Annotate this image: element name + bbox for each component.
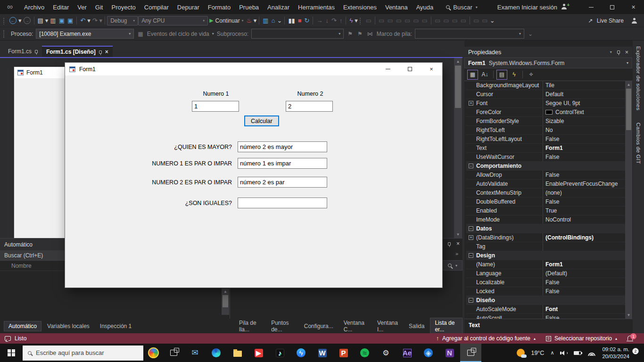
taskbar-search-input[interactable]: Escribe aquí para buscar — [23, 346, 143, 361]
chevron-down-icon[interactable]: ▾ — [610, 50, 612, 54]
window-close-button[interactable]: × — [623, 0, 644, 14]
lifecycle-events-label[interactable]: Eventos del ciclo de vida — [147, 31, 209, 37]
object-selector-combo[interactable]: Form1 System.Windows.Forms.Form ▾ — [464, 58, 632, 68]
redo-caret[interactable]: ▾ — [99, 16, 103, 26]
menubar-item[interactable]: Compilar — [140, 0, 173, 14]
live-share-person-icon[interactable] — [631, 18, 637, 24]
expander-icon[interactable] — [469, 83, 473, 88]
tool-window-tab[interactable]: Ventana I... — [372, 318, 403, 335]
toolbar-separator[interactable] — [470, 16, 470, 25]
subprocess-combo[interactable]: ▾ — [251, 29, 344, 39]
tool-window-tab[interactable]: Puntos de... — [266, 318, 298, 335]
property-row[interactable]: − Design — [466, 251, 632, 260]
overflow-chevrons-icon[interactable]: » — [455, 251, 459, 256]
property-row[interactable]: Text Form1 — [466, 144, 632, 153]
expander-icon[interactable]: − — [469, 226, 473, 231]
expander-icon[interactable]: − — [469, 164, 473, 168]
toolbar-grip[interactable] — [360, 17, 363, 25]
property-row[interactable]: + Font Segoe UI, 9pt — [466, 99, 632, 108]
menubar-item[interactable]: Ver — [73, 0, 91, 14]
select-repository-button[interactable]: Seleccionar repositorio ▴ — [546, 335, 617, 342]
menubar-item[interactable]: Ventana — [381, 0, 412, 14]
expander-icon[interactable]: + — [469, 235, 473, 240]
align-rights-icon[interactable]: ▭ — [395, 16, 403, 26]
property-row[interactable]: RightToLeft No — [466, 126, 632, 135]
toolbar-grip[interactable] — [3, 30, 7, 38]
save-icon[interactable]: ▣ — [58, 16, 66, 26]
tool-window-tab[interactable]: Ventana C... — [339, 318, 372, 335]
messenger-icon[interactable]: ϟ — [290, 344, 312, 362]
step-over-icon[interactable]: ↷ — [330, 16, 338, 26]
toolbar-grip[interactable] — [3, 17, 7, 25]
numero1-input[interactable]: 1 — [192, 101, 239, 112]
home-window-icon[interactable]: ⌂ — [270, 16, 277, 26]
tool-window-tab[interactable]: Salida — [404, 321, 429, 331]
new-project-caret[interactable]: ▾ — [45, 16, 49, 26]
tiktok-icon[interactable]: ♪ — [269, 344, 290, 362]
stack-frame-combo[interactable]: ▾ — [415, 29, 524, 39]
side-vertical-tab[interactable]: Explorador de soluciones — [636, 46, 641, 110]
toolbar-separator[interactable] — [346, 16, 346, 25]
expander-icon[interactable]: − — [469, 253, 473, 258]
align-centers-icon[interactable]: ▭ — [386, 16, 394, 26]
menubar-item[interactable]: Herramientas — [294, 0, 339, 14]
expander-icon[interactable] — [469, 128, 473, 132]
pin-icon[interactable] — [617, 50, 620, 54]
sign-in-button[interactable]: Iniciar sesión + — [521, 4, 567, 11]
expander-icon[interactable] — [469, 173, 473, 177]
toolbar-separator[interactable] — [431, 16, 431, 25]
close-icon[interactable]: × — [456, 240, 460, 247]
blue-app-icon[interactable]: ◈ — [418, 344, 439, 362]
toolbar-overflow-caret[interactable]: ⌄ — [527, 31, 534, 37]
scroll-up-icon[interactable]: ▲ — [454, 58, 462, 65]
property-row[interactable]: RightToLeftLayout False — [466, 135, 632, 144]
window-restore-button[interactable] — [602, 0, 623, 14]
autos-vertical-scrollbar[interactable]: ▲ — [222, 288, 229, 315]
expander-icon[interactable] — [469, 146, 473, 150]
step-out-icon[interactable]: ↑ — [338, 16, 344, 26]
property-row[interactable]: Locked False — [466, 287, 632, 296]
horizontal-spacing-icon[interactable]: ▭ — [472, 16, 480, 26]
parallel-stacks-icon[interactable]: ⋈ — [366, 31, 374, 37]
make-same-height-icon[interactable]: ▭ — [442, 16, 450, 26]
start-button[interactable] — [0, 344, 23, 362]
pause-icon[interactable]: ▮▮ — [287, 16, 296, 26]
temperature-label[interactable]: 19°C — [531, 350, 544, 356]
file-search-icon[interactable]: ▥ — [261, 16, 270, 26]
properties-header[interactable]: Propiedades ▾ × — [464, 47, 632, 58]
menubar-item[interactable]: Formato — [204, 0, 235, 14]
form-close-button[interactable]: × — [421, 63, 442, 75]
notifications-bell-button[interactable]: 1 — [627, 335, 633, 342]
toolbar-overflow-caret[interactable]: ⌄ — [489, 16, 495, 26]
menubar-item[interactable]: Git — [91, 0, 107, 14]
expander-icon[interactable]: − — [469, 298, 473, 303]
expander-icon[interactable]: + — [469, 101, 473, 106]
platform-combo[interactable]: Any CPU ▾ — [138, 16, 208, 25]
titlebar-search[interactable]: Buscar ▾ — [446, 4, 477, 11]
expander-icon[interactable] — [469, 217, 473, 222]
tab-form1-cs[interactable]: Form1.cs — [4, 46, 42, 57]
continue-button[interactable]: ▶ Continuar ▾ — [208, 16, 245, 26]
expander-icon[interactable] — [469, 190, 473, 195]
properties-vertical-scrollbar[interactable]: ▲ ▼ — [625, 81, 632, 319]
property-row[interactable]: ForeColor ControlText — [466, 108, 632, 117]
designer-vertical-scrollbar[interactable]: ▲ ▼ — [454, 58, 462, 238]
toolbar-separator[interactable] — [76, 16, 77, 25]
expander-icon[interactable] — [469, 110, 473, 115]
wifi-icon[interactable] — [587, 350, 596, 356]
live-share-button[interactable]: ↗ Live Share — [588, 17, 637, 24]
expander-icon[interactable] — [469, 262, 473, 267]
menubar-item[interactable]: Analizar — [263, 0, 294, 14]
property-row[interactable]: Localizable False — [466, 278, 632, 287]
tool-window-tab[interactable]: Lista de er... — [430, 318, 462, 335]
undo-icon[interactable]: ↶ — [79, 16, 87, 26]
task-view-icon[interactable] — [163, 344, 184, 362]
tool-window-tab[interactable]: Pila de lla... — [234, 318, 265, 335]
form-maximize-button[interactable] — [399, 63, 421, 75]
edge-icon[interactable] — [206, 344, 227, 362]
file-explorer-icon[interactable] — [227, 344, 248, 362]
align-middles-icon[interactable]: ▭ — [412, 16, 420, 26]
zoom-icon[interactable]: ▭ — [459, 16, 468, 26]
pin-icon[interactable] — [99, 50, 102, 54]
show-next-statement-icon[interactable]: → — [315, 16, 324, 26]
